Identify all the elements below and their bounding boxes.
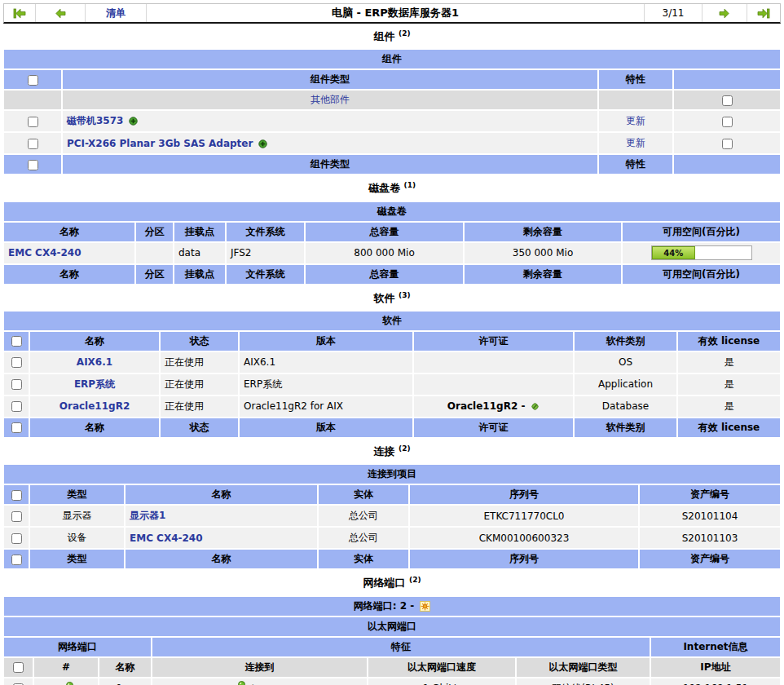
table-group-header-row: 网络端口 特征 Internet信息	[4, 638, 780, 656]
col-software-category: 软件类别	[575, 332, 676, 351]
select-all-components-checkbox[interactable]	[28, 75, 38, 86]
component-row-checkbox[interactable]	[28, 117, 38, 127]
connection-asset: S20101104	[640, 506, 780, 526]
select-all-ports-checkbox[interactable]	[13, 662, 24, 673]
port-status-ball-icon	[66, 682, 73, 685]
connections-section-title: 连接 (2)	[0, 444, 784, 459]
col-connection-serial: 序列号	[410, 485, 638, 504]
select-all-software-checkbox[interactable]	[11, 336, 22, 347]
nav-prev-button[interactable]	[36, 4, 86, 22]
col-connection-name: 名称	[126, 485, 317, 504]
col-mountpoint: 挂载点	[174, 223, 225, 241]
software-name-link[interactable]: Oracle11gR2	[59, 400, 130, 412]
component-update-link[interactable]: 更新	[626, 115, 645, 126]
table-row: 0 en0 13 在 C6509 1 Gbit/s 双绞线(RJ-45) 192…	[4, 678, 780, 685]
col-total-capacity: 总容量	[306, 223, 463, 241]
col-free-percent: 可用空间(百分比)	[623, 223, 780, 241]
col-component-type: 组件类型	[63, 155, 597, 174]
software-status: 正在使用	[161, 352, 238, 373]
software-row-checkbox[interactable]	[11, 357, 22, 368]
volume-total: 800 000 Mio	[306, 243, 463, 263]
component-group-row: 其他部件	[4, 91, 780, 109]
connections-table-title: 连接到项目	[4, 465, 780, 484]
page-title: 电脑 - ERP数据库服务器1	[147, 4, 645, 22]
table-header-row: 类型 名称 实体 序列号 资产编号	[4, 485, 780, 504]
software-name-link[interactable]: AIX6.1	[77, 356, 112, 368]
volume-filesystem: JFS2	[227, 243, 304, 263]
list-link[interactable]: 清单	[106, 7, 126, 20]
table-footer-row: 组件类型 特性	[4, 155, 780, 174]
table-footer-row: 名称 分区 挂载点 文件系统 总容量 剩余容量 可用空间(百分比)	[4, 265, 780, 284]
table-header-row: 名称 分区 挂载点 文件系统 总容量 剩余容量 可用空间(百分比)	[4, 223, 780, 241]
group-col-features: 特征	[152, 638, 650, 656]
software-name-link[interactable]: ERP系统	[74, 378, 115, 390]
col-software-valid: 有效 license	[678, 332, 780, 351]
port-ip: 192.168.1.51	[651, 678, 780, 685]
select-all-components-checkbox-bottom[interactable]	[28, 160, 38, 170]
component-group-checkbox[interactable]	[722, 95, 733, 106]
port-name: en0	[99, 678, 151, 685]
component-row-checkbox-right[interactable]	[722, 139, 733, 149]
component-update-link[interactable]: 更新	[626, 137, 645, 148]
col-connection-asset: 资产编号	[640, 485, 780, 504]
component-row-checkbox-right[interactable]	[722, 117, 733, 127]
connection-name-link[interactable]: EMC CX4-240	[130, 533, 203, 544]
component-row-checkbox[interactable]	[28, 139, 38, 149]
col-port-number: #	[34, 658, 98, 677]
software-category: Application	[575, 374, 676, 395]
free-space-percent-label: 44%	[663, 249, 683, 258]
volumes-table: 磁盘卷 名称 分区 挂载点 文件系统 总容量 剩余容量 可用空间(百分比) EM…	[2, 201, 782, 285]
group-col-internet-info: Internet信息	[651, 638, 780, 656]
add-component-icon[interactable]	[129, 117, 138, 126]
pagination-position: 3/11	[645, 4, 703, 22]
navigation-bar: 清单 电脑 - ERP数据库服务器1 3/11	[3, 3, 781, 24]
software-license: Oracle11gR2 -	[447, 400, 526, 412]
software-category: Database	[575, 396, 676, 417]
components-table-title: 组件	[4, 50, 780, 68]
nav-last-button[interactable]	[747, 4, 780, 22]
software-status: 正在使用	[161, 374, 238, 395]
volume-free: 350 000 Mio	[465, 243, 621, 263]
software-version: ERP系统	[240, 374, 412, 395]
component-group-link[interactable]: 其他部件	[311, 94, 350, 105]
table-title-row: 软件	[4, 312, 780, 330]
select-all-connections-checkbox[interactable]	[11, 490, 22, 501]
table-header-row: # 名称 连接到 以太网端口速度 以太网端口类型 IP地址	[4, 658, 780, 677]
table-header-row: 名称 状态 版本 许可证 软件类别 有效 license	[4, 332, 780, 351]
connection-name-link[interactable]: 显示器1	[130, 510, 165, 521]
peer-status-ball-icon	[238, 681, 245, 685]
volume-name-link[interactable]: EMC CX4-240	[8, 247, 81, 259]
license-key-icon[interactable]	[531, 402, 540, 411]
free-space-progress-fill: 44%	[652, 246, 696, 259]
select-all-connections-checkbox-bottom[interactable]	[11, 555, 22, 565]
software-version: AIX6.1	[240, 352, 412, 373]
table-title-row: 磁盘卷	[4, 202, 780, 221]
select-all-software-checkbox-bottom[interactable]	[11, 422, 22, 433]
nav-first-button[interactable]	[4, 4, 36, 22]
table-row: ERP系统 正在使用 ERP系统 Application 是	[4, 374, 780, 395]
connection-row-checkbox[interactable]	[11, 533, 22, 544]
col-feature: 特性	[599, 70, 672, 89]
table-footer-row: 名称 状态 版本 许可证 软件类别 有效 license	[4, 418, 780, 437]
software-row-checkbox[interactable]	[11, 379, 22, 390]
col-port-type: 以太网端口类型	[517, 658, 650, 677]
nav-next-button[interactable]	[703, 4, 747, 22]
add-component-icon[interactable]	[258, 139, 267, 148]
component-name-link[interactable]: PCI-X266 Planar 3Gb SAS Adapter	[67, 138, 253, 149]
software-license	[414, 352, 573, 373]
col-port-name: 名称	[99, 658, 151, 677]
col-connection-entity: 实体	[319, 485, 408, 504]
col-filesystem: 文件系统	[227, 223, 304, 241]
volume-mountpoint: data	[174, 243, 225, 263]
col-volume-name: 名称	[4, 223, 134, 241]
component-name-link[interactable]: 磁带机3573	[67, 115, 123, 126]
manage-ports-gear-icon[interactable]	[420, 601, 430, 612]
software-valid: 是	[678, 374, 780, 395]
connection-asset: S20101103	[640, 528, 780, 548]
next-page-icon	[719, 8, 730, 19]
group-col-network-port: 网络端口	[4, 638, 151, 656]
connection-entity: 总公司	[319, 528, 408, 548]
software-row-checkbox[interactable]	[11, 401, 22, 412]
connection-row-checkbox[interactable]	[11, 511, 22, 522]
software-version: Oracle11gR2 for AIX	[240, 396, 412, 417]
